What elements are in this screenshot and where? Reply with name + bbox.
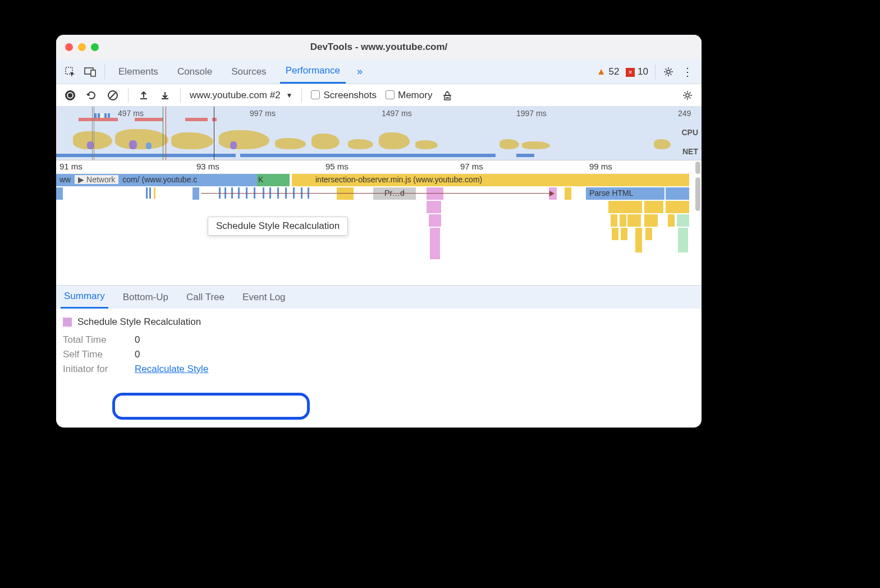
devtools-tabs-bar: Elements Console Sources Performance » ▲… [56, 59, 702, 84]
timeline-overview[interactable]: 497 ms 997 ms 1497 ms 1997 ms 249 CPU NE… [56, 107, 702, 160]
ov-tick: 249 [678, 109, 691, 118]
divider [301, 88, 302, 103]
settings-icon[interactable] [662, 66, 675, 78]
inspect-icon[interactable] [64, 66, 76, 78]
device-toolbar-icon[interactable] [84, 66, 97, 78]
svg-line-5 [110, 93, 116, 98]
tab-performance[interactable]: Performance [280, 59, 346, 84]
tab-sources[interactable]: Sources [226, 61, 272, 83]
total-time-label: Total Time [63, 334, 121, 346]
record-icon[interactable] [64, 89, 76, 102]
ov-tick: 997 ms [250, 109, 276, 118]
capture-settings-icon[interactable] [681, 89, 694, 102]
divider [180, 88, 181, 103]
divider [128, 88, 129, 103]
summary-event-title: Schedule Style Recalculation [63, 316, 695, 328]
kebab-icon[interactable]: ⋮ [681, 66, 694, 78]
scrollbar[interactable] [695, 177, 700, 211]
net-label: NET [682, 147, 698, 156]
memory-toggle[interactable]: Memory [386, 90, 432, 101]
event-tooltip: Schedule Style Recalculation [208, 217, 348, 236]
flame-chart[interactable]: 91 ms 93 ms 95 ms 97 ms 99 ms ww ▶ Netwo… [56, 160, 702, 285]
tab-event-log[interactable]: Event Log [239, 287, 289, 308]
status-area: ▲ 52 × 10 ⋮ [597, 65, 694, 79]
clear-icon[interactable] [107, 89, 119, 102]
initiator-arrow [201, 193, 553, 194]
more-tabs-icon[interactable]: » [354, 66, 366, 78]
errors-badge[interactable]: × 10 [626, 66, 648, 77]
network-track[interactable]: ww ▶ Network com/ (www.youtube.c K inter… [56, 174, 702, 187]
cpu-label: CPU [681, 128, 698, 137]
perf-toolbar: www.youtube.com #2 ▼ Screenshots Memory [56, 84, 702, 107]
cpu-graph [56, 128, 668, 150]
ov-tick: 1997 ms [516, 109, 547, 118]
self-time-label: Self Time [63, 349, 121, 360]
scrollbar[interactable] [695, 162, 700, 174]
detail-tabs: Summary Bottom-Up Call Tree Event Log [56, 285, 702, 309]
svg-point-3 [667, 70, 670, 74]
ov-tick: 1497 ms [382, 109, 412, 118]
tab-bottom-up[interactable]: Bottom-Up [120, 287, 172, 308]
total-time-value: 0 [135, 334, 140, 346]
ruler: 91 ms 93 ms 95 ms 97 ms 99 ms [56, 160, 702, 174]
net-bar [56, 154, 236, 157]
tab-elements[interactable]: Elements [113, 61, 164, 83]
svg-rect-2 [91, 70, 95, 76]
screenshots-toggle[interactable]: Screenshots [311, 90, 377, 101]
upload-icon[interactable] [138, 89, 150, 102]
initiator-for-label: Initiator for [63, 364, 121, 375]
warnings-badge[interactable]: ▲ 52 [597, 66, 619, 77]
recording-select[interactable]: www.youtube.com #2 ▼ [190, 90, 292, 101]
chevron-down-icon: ▼ [286, 91, 293, 99]
ov-tick: 497 ms [118, 109, 144, 118]
window-title: DevTools - www.youtube.com/ [56, 42, 702, 53]
event-color-swatch [63, 318, 72, 327]
self-time-value: 0 [135, 349, 140, 360]
svg-point-7 [686, 94, 689, 97]
tab-console[interactable]: Console [172, 61, 218, 83]
reload-icon[interactable] [85, 89, 98, 102]
garbage-collect-icon[interactable] [441, 89, 453, 102]
net-bar [516, 154, 534, 157]
main-track[interactable]: Pr…d Parse HTML [56, 187, 702, 201]
initiator-link[interactable]: Recalculate Style [135, 364, 208, 375]
titlebar: DevTools - www.youtube.com/ [56, 35, 702, 59]
devtools-window: DevTools - www.youtube.com/ Elements Con… [56, 35, 702, 428]
net-bar [240, 154, 496, 157]
divider [104, 65, 105, 79]
tab-summary[interactable]: Summary [61, 286, 108, 309]
download-icon[interactable] [159, 89, 171, 102]
divider [655, 65, 656, 79]
tab-call-tree[interactable]: Call Tree [183, 287, 228, 308]
summary-pane: Schedule Style Recalculation Total Time … [56, 309, 702, 386]
annotation-highlight [112, 393, 310, 420]
